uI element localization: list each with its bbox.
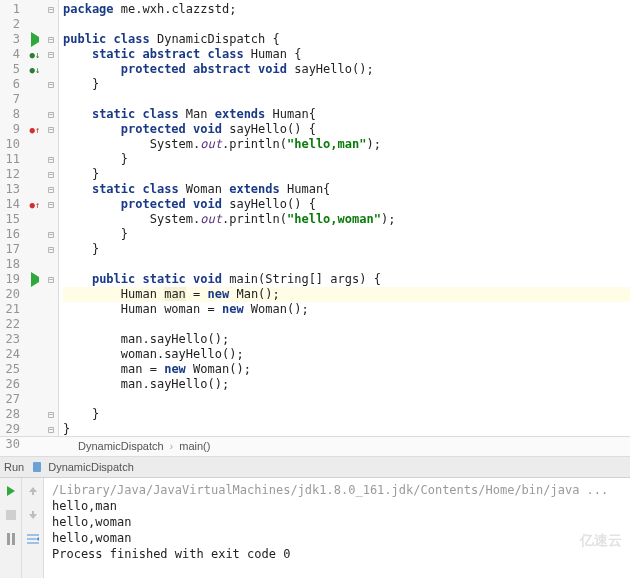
implements-icon[interactable]: ●↓ [30,50,41,60]
fold-toggle[interactable] [44,212,58,227]
fold-minus-icon[interactable]: ⊟ [48,4,54,15]
code-line[interactable]: man.sayHello(); [63,377,630,392]
line-number[interactable]: 29 [0,422,26,437]
gutter-marker[interactable] [26,137,44,152]
run-config-name[interactable]: DynamicDispatch [48,461,134,473]
stop-icon[interactable] [4,508,18,522]
gutter-marker[interactable] [26,302,44,317]
code-line[interactable]: public class DynamicDispatch { [63,32,630,47]
soft-wrap-icon[interactable] [26,532,40,546]
gutter-marker[interactable] [26,17,44,32]
fold-toggle[interactable]: ⊟ [44,422,58,437]
line-number[interactable]: 18 [0,257,26,272]
line-number[interactable]: 21 [0,302,26,317]
gutter-marker[interactable] [26,32,44,47]
line-number[interactable]: 22 [0,317,26,332]
fold-minus-icon[interactable]: ⊟ [48,169,54,180]
code-line[interactable]: package me.wxh.clazzstd; [63,2,630,17]
breadcrumb-class[interactable]: DynamicDispatch [78,440,164,452]
line-number[interactable]: 5 [0,62,26,77]
fold-minus-icon[interactable]: ⊟ [48,34,54,45]
line-number[interactable]: 1 [0,2,26,17]
fold-minus-icon[interactable]: ⊟ [48,79,54,90]
code-line[interactable] [63,17,630,32]
line-number[interactable]: 14 [0,197,26,212]
code-line[interactable] [63,317,630,332]
gutter-marker[interactable] [26,377,44,392]
line-number[interactable]: 13 [0,182,26,197]
fold-toggle[interactable]: ⊟ [44,32,58,47]
fold-minus-icon[interactable]: ⊟ [48,409,54,420]
fold-toggle[interactable]: ⊟ [44,182,58,197]
gutter-marker[interactable] [26,272,44,287]
fold-toggle[interactable]: ⊟ [44,167,58,182]
fold-toggle[interactable] [44,347,58,362]
code-line[interactable] [63,92,630,107]
fold-toggle[interactable] [44,257,58,272]
fold-toggle[interactable]: ⊟ [44,272,58,287]
fold-toggle[interactable] [44,332,58,347]
fold-toggle[interactable] [44,317,58,332]
fold-minus-icon[interactable]: ⊟ [48,199,54,210]
gutter-marker[interactable] [26,227,44,242]
up-arrow-icon[interactable] [26,484,40,498]
code-line[interactable]: woman.sayHello(); [63,347,630,362]
line-number[interactable]: 9 [0,122,26,137]
fold-minus-icon[interactable]: ⊟ [48,124,54,135]
code-line[interactable]: static abstract class Human { [63,47,630,62]
gutter-marker[interactable]: ●↓ [26,47,44,62]
gutter-marker[interactable] [26,362,44,377]
line-number[interactable]: 4 [0,47,26,62]
fold-toggle[interactable] [44,377,58,392]
gutter-marker[interactable] [26,437,44,452]
line-number[interactable]: 8 [0,107,26,122]
fold-toggle[interactable] [44,437,58,452]
line-number[interactable]: 11 [0,152,26,167]
code-line[interactable]: } [63,77,630,92]
fold-toggle[interactable]: ⊟ [44,2,58,17]
gutter-marker[interactable] [26,167,44,182]
breadcrumb-method[interactable]: main() [179,440,210,452]
gutter-marker[interactable] [26,2,44,17]
fold-toggle[interactable] [44,92,58,107]
code-line[interactable]: Human man = new Man(); [63,287,630,302]
fold-minus-icon[interactable]: ⊟ [48,274,54,285]
gutter-marker[interactable] [26,257,44,272]
gutter-marker[interactable] [26,347,44,362]
code-line[interactable]: } [63,167,630,182]
implements-icon[interactable]: ●↓ [30,65,41,75]
code-line[interactable]: static class Man extends Human{ [63,107,630,122]
fold-column[interactable]: ⊟⊟⊟⊟⊟⊟⊟⊟⊟⊟⊟⊟⊟⊟⊟ [44,0,58,436]
fold-toggle[interactable] [44,392,58,407]
down-arrow-icon[interactable] [26,508,40,522]
code-line[interactable]: } [63,152,630,167]
line-number[interactable]: 2 [0,17,26,32]
line-number[interactable]: 30 [0,437,26,452]
line-number[interactable]: 3 [0,32,26,47]
gutter-marker[interactable]: ●↓ [26,62,44,77]
line-number[interactable]: 23 [0,332,26,347]
gutter-marker[interactable] [26,407,44,422]
code-line[interactable]: } [63,242,630,257]
overrides-icon[interactable]: ●↑ [30,125,41,135]
gutter-marker[interactable] [26,152,44,167]
code-line[interactable]: Human woman = new Woman(); [63,302,630,317]
gutter-marker[interactable]: ●↑ [26,197,44,212]
gutter-marker[interactable] [26,332,44,347]
line-number[interactable]: 12 [0,167,26,182]
fold-toggle[interactable] [44,287,58,302]
fold-minus-icon[interactable]: ⊟ [48,184,54,195]
code-line[interactable]: man = new Woman(); [63,362,630,377]
fold-toggle[interactable]: ⊟ [44,152,58,167]
gutter-marker[interactable] [26,242,44,257]
fold-toggle[interactable] [44,17,58,32]
code-line[interactable] [63,392,630,407]
console-output[interactable]: /Library/Java/JavaVirtualMachines/jdk1.8… [44,478,630,578]
run-gutter-icon[interactable] [31,32,39,47]
line-number[interactable]: 16 [0,227,26,242]
rerun-icon[interactable] [4,484,18,498]
code-line[interactable]: protected abstract void sayHello(); [63,62,630,77]
gutter-marker[interactable] [26,287,44,302]
code-viewport[interactable]: package me.wxh.clazzstd;public class Dyn… [59,0,630,436]
line-number[interactable]: 26 [0,377,26,392]
